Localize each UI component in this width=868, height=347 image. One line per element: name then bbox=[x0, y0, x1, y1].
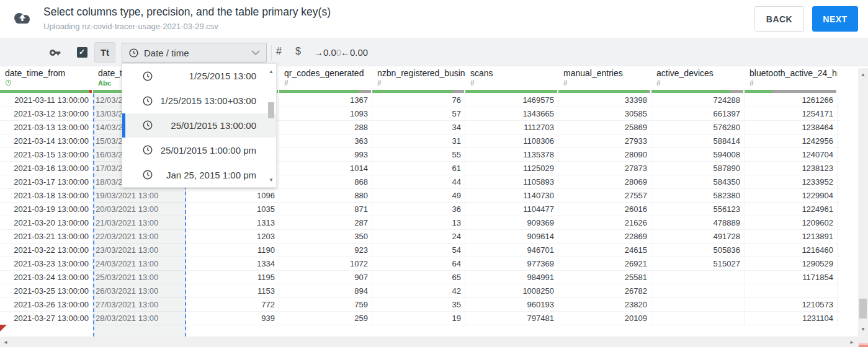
table-cell: 1171854 bbox=[745, 271, 838, 284]
table-cell: 1140730 bbox=[465, 189, 558, 202]
boolean-type-checkbox[interactable] bbox=[77, 47, 87, 58]
table-cell: 1240704 bbox=[745, 148, 838, 161]
table-cell: 923 bbox=[279, 244, 372, 257]
dropdown-scroll-thumb[interactable] bbox=[268, 102, 274, 118]
table-cell: 1112703 bbox=[465, 121, 558, 134]
table-cell: 1104477 bbox=[465, 203, 558, 216]
column-header-manual_entries[interactable]: manual_entries# bbox=[558, 66, 651, 90]
datetime-type-value: Date / time bbox=[144, 48, 189, 58]
decrease-decimal-button[interactable]: →0.00 bbox=[314, 47, 341, 58]
table-cell: 22869 bbox=[558, 230, 651, 243]
column-name: scans bbox=[470, 68, 558, 78]
table-cell: 2021-03-12 13:00:00 bbox=[0, 107, 93, 120]
format-option[interactable]: 1/25/2015 13:00+03:00 bbox=[122, 89, 276, 113]
table-cell: 28069 bbox=[558, 175, 651, 188]
column-header-date_time_from[interactable]: date_time_from bbox=[0, 66, 93, 90]
horizontal-scrollbar[interactable]: ◄ ► bbox=[0, 336, 858, 347]
format-option-label: 1/25/2015 13:00 bbox=[189, 71, 256, 81]
table-cell: 24 bbox=[372, 230, 465, 243]
clock-type-icon bbox=[5, 79, 93, 87]
overflow-corner-marker bbox=[0, 325, 7, 332]
scroll-up-arrow[interactable]: ▲ bbox=[858, 72, 868, 78]
clock-icon bbox=[142, 144, 153, 156]
column-type-toolbar: Tt Date / time # $ →0.00 ←0.00 bbox=[0, 39, 868, 66]
number-type-icon: # bbox=[656, 79, 745, 87]
table-row: 2021-03-22 13:00:0023/03/2021 13:0011909… bbox=[0, 244, 841, 257]
column-header-bluetooth_active_24_hr_[interactable]: bluetooth_active_24_hr_# bbox=[745, 66, 838, 90]
table-cell: 33398 bbox=[558, 94, 651, 107]
integer-type-button[interactable]: # bbox=[276, 46, 282, 57]
table-cell: 491728 bbox=[651, 230, 745, 243]
datetime-type-select[interactable]: Date / time bbox=[122, 43, 267, 63]
table-cell: 64 bbox=[372, 257, 465, 270]
currency-type-button[interactable]: $ bbox=[295, 46, 301, 57]
table-cell: 1108306 bbox=[465, 134, 558, 147]
scroll-left-arrow[interactable]: ◄ bbox=[1, 340, 10, 346]
table-cell: 584350 bbox=[651, 175, 745, 188]
table-cell: 977369 bbox=[465, 257, 558, 270]
table-cell: 868 bbox=[279, 175, 372, 188]
number-type-icon: # bbox=[470, 79, 558, 87]
table-cell: 65 bbox=[372, 271, 465, 284]
table-cell: 1334 bbox=[186, 257, 279, 270]
table-cell: 661397 bbox=[651, 107, 745, 120]
format-option[interactable]: 25/01/2015 13:00:00 bbox=[122, 113, 276, 138]
scroll-right-arrow[interactable]: ► bbox=[848, 340, 856, 346]
table-cell: 1233952 bbox=[745, 175, 838, 188]
table-cell: 23820 bbox=[558, 298, 651, 311]
table-cell: 24/03/2021 13:00 bbox=[93, 257, 186, 270]
table-cell: 1343665 bbox=[465, 107, 558, 120]
left-arrow-icon: ← bbox=[341, 47, 350, 58]
table-cell: 2021-03-24 13:00:00 bbox=[0, 271, 93, 284]
number-type-icon: # bbox=[749, 79, 838, 87]
format-option-label: Jan 25, 2015 1:00 pm bbox=[166, 170, 256, 180]
vertical-scroll-thumb[interactable] bbox=[859, 299, 867, 318]
table-cell: 1238123 bbox=[745, 162, 838, 175]
table-cell: 21626 bbox=[558, 216, 651, 229]
table-cell: 26921 bbox=[558, 257, 651, 270]
text-type-button[interactable]: Tt bbox=[94, 42, 115, 63]
column-header-scans[interactable]: scans# bbox=[465, 66, 558, 90]
table-cell: 772 bbox=[186, 298, 279, 311]
format-option[interactable]: 25/01/2015 1:00:00 pm bbox=[122, 138, 276, 162]
number-type-icon: # bbox=[563, 79, 651, 87]
table-cell bbox=[651, 298, 745, 311]
table-cell: 2021-03-25 13:00:00 bbox=[0, 284, 93, 297]
column-header-active_devices[interactable]: active_devices# bbox=[651, 66, 745, 90]
table-cell: 288 bbox=[279, 121, 372, 134]
vertical-scrollbar[interactable]: ▲ ▼ bbox=[858, 68, 868, 336]
table-cell: 1153 bbox=[186, 284, 279, 297]
table-cell: 2021-03-11 13:00:00 bbox=[0, 94, 93, 107]
table-cell: 759 bbox=[279, 298, 372, 311]
back-button[interactable]: BACK bbox=[754, 6, 804, 32]
column-header-qr_codes_generated[interactable]: qr_codes_generated# bbox=[279, 66, 372, 90]
table-cell: 1213891 bbox=[745, 230, 838, 243]
dropdown-scrollbar[interactable]: ▲ ▼ bbox=[266, 64, 276, 187]
table-cell: 1469575 bbox=[465, 94, 558, 107]
table-cell bbox=[651, 312, 745, 325]
table-cell: 724288 bbox=[651, 94, 745, 107]
table-cell: 2021-03-27 13:00:00 bbox=[0, 312, 93, 325]
table-cell: 993 bbox=[279, 148, 372, 161]
table-row: 2021-03-24 13:00:0025/03/2021 13:0011959… bbox=[0, 271, 841, 284]
table-cell: 1229904 bbox=[745, 189, 838, 202]
column-header-nzbn_registered_busine[interactable]: nzbn_registered_busine# bbox=[372, 66, 465, 90]
table-cell: 350 bbox=[279, 230, 372, 243]
number-type-icon: # bbox=[284, 79, 372, 87]
next-button[interactable]: NEXT bbox=[812, 6, 858, 32]
clock-icon bbox=[142, 71, 153, 82]
format-option[interactable]: 1/25/2015 13:00 bbox=[122, 64, 276, 89]
table-cell: 1216460 bbox=[745, 244, 838, 257]
primary-key-icon[interactable] bbox=[48, 46, 62, 61]
table-row: 2021-03-25 13:00:0026/03/2021 13:0011538… bbox=[0, 284, 841, 298]
clock-icon bbox=[142, 95, 153, 107]
table-cell: 23/03/2021 13:00 bbox=[93, 244, 186, 257]
dropdown-scroll-up-arrow[interactable]: ▲ bbox=[266, 69, 276, 75]
table-cell: 287 bbox=[279, 216, 372, 229]
format-option[interactable]: Jan 25, 2015 1:00 pm bbox=[122, 162, 276, 187]
scroll-down-arrow[interactable]: ▼ bbox=[858, 327, 868, 333]
cloud-upload-icon bbox=[12, 11, 33, 29]
table-cell: 907 bbox=[279, 271, 372, 284]
increase-decimal-button[interactable]: ←0.00 bbox=[341, 47, 368, 58]
dropdown-scroll-down-arrow[interactable]: ▼ bbox=[266, 177, 276, 183]
